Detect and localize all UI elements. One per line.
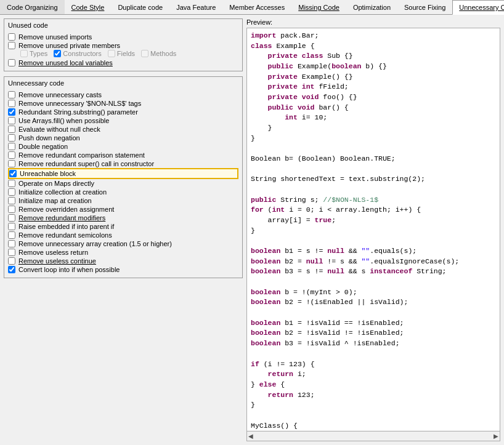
remove-useless-return-label: Remove useless return — [18, 249, 88, 256]
remove-redundant-comparison-checkbox[interactable] — [8, 151, 15, 159]
types-label: Types — [30, 50, 47, 57]
raise-embedded-if-label: Raise embedded if into parent if — [18, 223, 114, 230]
raise-embedded-if-row: Raise embedded if into parent if — [8, 222, 238, 231]
tab-bar: Code OrganizingCode StyleDuplicate codeJ… — [0, 0, 504, 15]
push-down-negation-row: Push down negation — [8, 134, 238, 142]
init-map-checkbox[interactable] — [8, 197, 15, 204]
init-map-row: Initialize map at creation — [8, 196, 238, 205]
use-arrays-fill-row: Use Arrays.fill() when possible — [8, 116, 238, 125]
operate-on-maps-row: Operate on Maps directly — [8, 179, 238, 188]
main-content: Unused code Remove unused imports Remove… — [0, 15, 504, 445]
remove-unnecessary-casts-label: Remove unnecessary casts — [18, 91, 102, 98]
tab-java-feature[interactable]: Java Feature — [169, 0, 222, 14]
remove-redundant-semicolons-row: Remove redundant semicolons — [8, 231, 238, 239]
constructors-checkbox[interactable] — [54, 50, 61, 57]
code-preview[interactable]: import pack.Bar; class Example { private… — [246, 28, 500, 431]
remove-useless-continue-checkbox[interactable] — [8, 257, 15, 265]
double-negation-row: Double negation — [8, 142, 238, 151]
types-checkbox[interactable] — [20, 50, 28, 57]
remove-useless-continue-label: Remove useless continue — [18, 257, 96, 265]
remove-unnecessary-casts-row: Remove unnecessary casts — [8, 90, 238, 99]
constructors-label: Constructors — [63, 50, 101, 57]
double-negation-label: Double negation — [18, 143, 68, 150]
remove-unnecessary-array-label: Remove unnecessary array creation (1.5 o… — [18, 240, 172, 247]
operate-on-maps-checkbox[interactable] — [8, 180, 15, 187]
remove-redundant-comparison-row: Remove redundant comparison statement — [8, 151, 238, 159]
horizontal-scrollbar[interactable]: ◀ ▶ — [246, 431, 500, 441]
unreachable-block-row: Unreachable block — [8, 168, 238, 179]
tab-optimization[interactable]: Optimization — [346, 0, 397, 14]
redundant-substring-label: Redundant String.substring() parameter — [18, 108, 138, 116]
raise-embedded-if-checkbox[interactable] — [8, 223, 15, 230]
unnecessary-code-title: Unnecessary code — [8, 79, 238, 87]
tab-unnecessary-code[interactable]: Unnecessary Code — [452, 0, 504, 15]
remove-redundant-semicolons-label: Remove redundant semicolons — [18, 231, 112, 239]
fields-label: Fields — [117, 50, 135, 57]
remove-unnecessary-array-checkbox[interactable] — [8, 240, 15, 247]
tab-member-accesses[interactable]: Member Accesses — [222, 0, 291, 14]
convert-loop-label: Convert loop into if when possible — [18, 266, 120, 273]
evaluate-null-check-row: Evaluate without null check — [8, 125, 238, 134]
double-negation-checkbox[interactable] — [8, 143, 15, 150]
remove-unused-local-row: Remove unused local variables — [8, 58, 238, 67]
tab-missing-code[interactable]: Missing Code — [291, 0, 346, 14]
remove-overridden-assignment-checkbox[interactable] — [8, 206, 15, 213]
remove-redundant-modifiers-checkbox[interactable] — [8, 214, 15, 222]
operate-on-maps-label: Operate on Maps directly — [18, 180, 94, 187]
remove-redundant-super-label: Remove redundant super() call in constru… — [18, 160, 154, 167]
types-sub-check: Types — [20, 50, 47, 57]
redundant-substring-row: Redundant String.substring() parameter — [8, 108, 238, 116]
tab-code-style[interactable]: Code Style — [65, 0, 112, 14]
scroll-right-arrow[interactable]: ▶ — [494, 433, 498, 439]
remove-unused-imports-row: Remove unused imports — [8, 33, 238, 41]
remove-unused-local-checkbox[interactable] — [8, 59, 15, 66]
scroll-left-arrow[interactable]: ◀ — [248, 433, 253, 439]
preview-label: Preview: — [246, 18, 500, 26]
unreachable-block-label: Unreachable block — [20, 170, 76, 177]
remove-nls-tags-checkbox[interactable] — [8, 100, 15, 107]
remove-useless-return-checkbox[interactable] — [8, 249, 15, 256]
remove-overridden-assignment-label: Remove overridden assignment — [18, 206, 114, 213]
remove-unused-private-checkbox[interactable] — [8, 42, 15, 49]
remove-unused-private-label: Remove unused private members — [18, 42, 120, 49]
init-collection-label: Initialize collection at creation — [18, 188, 107, 196]
remove-unused-local-label: Remove unused local variables — [18, 59, 113, 66]
push-down-negation-label: Push down negation — [18, 134, 80, 142]
redundant-substring-checkbox[interactable] — [8, 108, 15, 116]
convert-loop-checkbox[interactable] — [8, 266, 15, 273]
remove-redundant-super-row: Remove redundant super() call in constru… — [8, 159, 238, 168]
remove-unnecessary-casts-checkbox[interactable] — [8, 91, 15, 98]
init-collection-checkbox[interactable] — [8, 188, 15, 196]
remove-redundant-super-checkbox[interactable] — [8, 160, 15, 167]
init-map-label: Initialize map at creation — [18, 197, 92, 204]
unreachable-block-checkbox[interactable] — [9, 170, 17, 177]
remove-unused-imports-checkbox[interactable] — [8, 33, 15, 41]
remove-unused-private-row: Remove unused private members — [8, 41, 238, 50]
init-collection-row: Initialize collection at creation — [8, 188, 238, 196]
remove-redundant-semicolons-checkbox[interactable] — [8, 231, 15, 239]
methods-label: Methods — [150, 50, 176, 57]
constructors-sub-check: Constructors — [54, 50, 101, 57]
tab-source-fixing[interactable]: Source Fixing — [397, 0, 452, 14]
remove-useless-continue-row: Remove useless continue — [8, 257, 238, 265]
tab-code-organizing[interactable]: Code Organizing — [0, 0, 65, 14]
tab-duplicate-code[interactable]: Duplicate code — [111, 0, 169, 14]
convert-loop-row: Convert loop into if when possible — [8, 265, 238, 274]
evaluate-null-check-checkbox[interactable] — [8, 126, 15, 133]
remove-nls-tags-row: Remove unnecessary '$NON-NLS$' tags — [8, 99, 238, 108]
remove-unused-imports-label: Remove unused imports — [18, 33, 92, 41]
left-panel: Unused code Remove unused imports Remove… — [0, 15, 246, 445]
evaluate-null-check-label: Evaluate without null check — [18, 126, 100, 133]
fields-checkbox[interactable] — [108, 50, 115, 57]
use-arrays-fill-label: Use Arrays.fill() when possible — [18, 117, 109, 124]
push-down-negation-checkbox[interactable] — [8, 134, 15, 142]
code-content: import pack.Bar; class Example { private… — [251, 31, 496, 431]
remove-redundant-modifiers-label: Remove redundant modifiers — [18, 214, 105, 222]
unnecessary-code-section: Unnecessary code Remove unnecessary cast… — [4, 76, 243, 278]
methods-checkbox[interactable] — [141, 50, 148, 57]
remove-nls-tags-label: Remove unnecessary '$NON-NLS$' tags — [18, 100, 141, 107]
fields-sub-check: Fields — [108, 50, 135, 57]
sub-checkboxes-row: Types Constructors Fields Methods — [20, 50, 238, 57]
remove-redundant-modifiers-row: Remove redundant modifiers — [8, 214, 238, 222]
use-arrays-fill-checkbox[interactable] — [8, 117, 15, 124]
